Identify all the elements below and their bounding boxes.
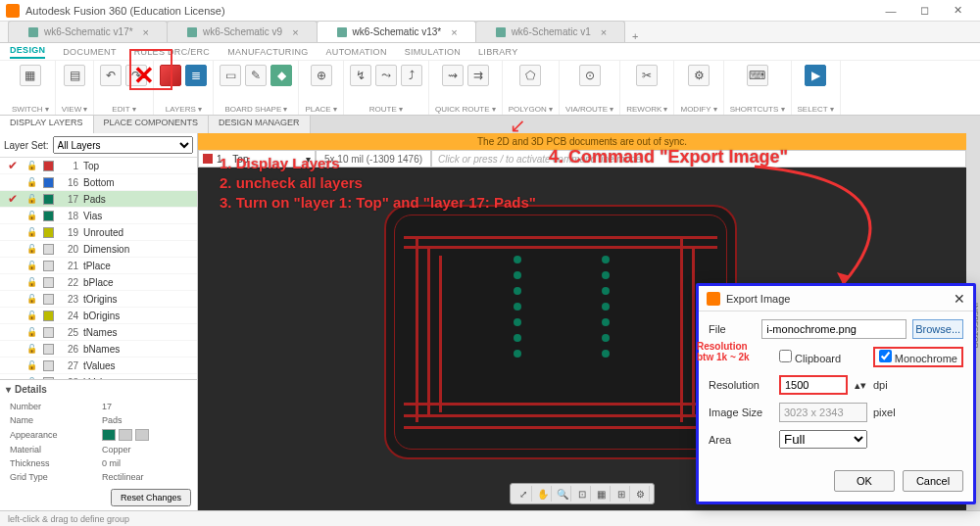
menu-item[interactable]: RULES DRC/ERC — [134, 47, 210, 57]
sidebar: Layer Set: All Layers ✔ 🔓 1 Top 🔓 16 Bot… — [0, 133, 198, 510]
layer-visible-toggle[interactable]: ✔ — [4, 159, 22, 172]
layer-swatch — [43, 360, 54, 371]
tab-design-manager[interactable]: DESIGN MANAGER — [209, 116, 311, 133]
rework-icon[interactable]: ✂ — [636, 65, 658, 86]
layer-list[interactable]: ✔ 🔓 1 Top 🔓 16 Bottom✔ 🔓 17 Pads 🔓 18 Vi… — [0, 158, 197, 379]
layer-row[interactable]: 🔓 23 tOrigins — [0, 291, 197, 308]
lock-icon[interactable]: 🔓 — [26, 161, 38, 170]
close-icon[interactable]: × — [143, 26, 149, 38]
monochrome-checkbox[interactable] — [879, 350, 892, 362]
dialog-close-button[interactable]: ✕ — [954, 291, 965, 307]
layer-swatch — [43, 344, 54, 355]
lock-icon[interactable]: 🔓 — [26, 177, 38, 187]
layer-row[interactable]: 🔓 22 bPlace — [0, 274, 197, 291]
file-tabs: wk6-Schematic v17*× wk6-Schematic v9× wk… — [0, 22, 980, 43]
menu-item[interactable]: LIBRARY — [478, 47, 517, 57]
close-icon[interactable]: × — [451, 26, 457, 38]
lock-icon[interactable]: 🔓 — [26, 277, 38, 287]
sub-tabs: DISPLAY LAYERS PLACE COMPONENTS DESIGN M… — [0, 116, 980, 133]
resolution-input[interactable] — [779, 375, 848, 395]
layer-swatch — [43, 327, 54, 338]
lock-icon[interactable]: 🔓 — [26, 294, 38, 304]
redo-icon[interactable]: ↷ — [125, 65, 147, 86]
lock-icon[interactable]: 🔓 — [26, 194, 38, 204]
select-icon[interactable]: ▶ — [805, 65, 826, 86]
layer-swatch — [43, 227, 54, 238]
area-select[interactable]: Full — [779, 430, 867, 449]
command-line[interactable]: Click or press / to activate command lin… — [431, 150, 966, 167]
shortcuts-icon[interactable]: ⌨ — [747, 65, 768, 86]
route2-icon[interactable]: ⤳ — [375, 65, 397, 86]
coord-info: 5x 10 mil (-1309 1476) — [316, 150, 431, 167]
lock-icon[interactable]: 🔓 — [26, 261, 38, 270]
cancel-button[interactable]: Cancel — [903, 470, 963, 492]
menu-item[interactable]: MANUFACTURING — [227, 47, 308, 57]
lock-icon[interactable]: 🔓 — [26, 344, 38, 354]
layers-icon[interactable] — [160, 65, 181, 86]
layer-row[interactable]: 🔓 18 Vias — [0, 208, 197, 224]
statusbar: left-click & drag to define group — [0, 510, 980, 526]
layer-row[interactable]: ✔ 🔓 1 Top — [0, 158, 197, 174]
active-layer-picker[interactable]: 1 Top▾ — [198, 150, 316, 167]
board-icon[interactable]: ▭ — [220, 65, 241, 86]
minimize-button[interactable]: — — [874, 1, 907, 21]
menu-item[interactable]: DOCUMENT — [63, 47, 116, 57]
maximize-button[interactable]: ◻ — [907, 1, 941, 21]
layer-row[interactable]: 🔓 19 Unrouted — [0, 224, 197, 241]
file-tab-active[interactable]: wk6-Schematic v13*× — [317, 21, 476, 42]
undo-icon[interactable]: ↶ — [100, 65, 122, 86]
lock-icon[interactable]: 🔓 — [26, 360, 38, 370]
lock-icon[interactable]: 🔓 — [26, 211, 38, 220]
new-tab-button[interactable]: + — [624, 30, 646, 42]
clipboard-checkbox[interactable] — [779, 350, 792, 362]
route3-icon[interactable]: ⤴ — [401, 65, 422, 86]
layer-row[interactable]: 🔓 24 bOrigins — [0, 308, 197, 324]
layers2-icon[interactable]: ≣ — [185, 65, 207, 86]
poly-icon[interactable]: ⬠ — [519, 65, 541, 86]
menu-item[interactable]: AUTOMATION — [326, 47, 387, 57]
qroute-icon[interactable]: ⇝ — [442, 65, 464, 86]
lock-icon[interactable]: 🔓 — [26, 311, 38, 320]
layer-row[interactable]: 🔓 20 Dimension — [0, 241, 197, 258]
layer-row[interactable]: 🔓 16 Bottom — [0, 174, 197, 191]
layer-swatch — [43, 244, 54, 255]
layer-row[interactable]: 🔓 21 tPlace — [0, 258, 197, 274]
layerset-select[interactable]: All Layers — [53, 136, 193, 154]
via-icon[interactable]: ⊙ — [579, 65, 601, 86]
close-icon[interactable]: × — [601, 26, 607, 38]
place-icon[interactable]: ⊕ — [311, 65, 332, 86]
tab-place-components[interactable]: PLACE COMPONENTS — [94, 116, 210, 133]
file-input[interactable] — [761, 319, 906, 339]
menu-item[interactable]: SIMULATION — [405, 47, 461, 57]
layer-row[interactable]: 🔓 26 bNames — [0, 341, 197, 358]
tab-display-layers[interactable]: DISPLAY LAYERS — [0, 116, 94, 133]
pick-icon[interactable]: ✎ — [245, 65, 267, 86]
close-icon[interactable]: × — [292, 26, 298, 38]
shape-icon[interactable]: ◆ — [270, 65, 292, 86]
reset-button[interactable]: Reset Changes — [111, 489, 191, 506]
file-tab[interactable]: wk6-Schematic v17*× — [8, 21, 168, 42]
ok-button[interactable]: OK — [834, 470, 895, 492]
layer-row[interactable]: ✔ 🔓 17 Pads — [0, 191, 197, 208]
view-icon[interactable]: ▤ — [64, 65, 85, 86]
qroute2-icon[interactable]: ⇉ — [467, 65, 489, 86]
lock-icon[interactable]: 🔓 — [26, 227, 38, 237]
layer-visible-toggle[interactable]: ✔ — [4, 192, 22, 206]
lock-icon[interactable]: 🔓 — [26, 244, 38, 254]
layer-row[interactable]: 🔓 27 tValues — [0, 358, 197, 374]
view-nav[interactable]: ⤢✋🔍⊡▦⊞⚙ — [510, 483, 655, 504]
route-icon[interactable]: ↯ — [350, 65, 371, 86]
lock-icon[interactable]: 🔓 — [26, 327, 38, 337]
layer-row[interactable]: 🔓 25 tNames — [0, 324, 197, 341]
file-tab[interactable]: wk6-Schematic v9× — [167, 21, 318, 42]
layerset-label: Layer Set: — [4, 140, 49, 151]
browse-button[interactable]: Browse... — [912, 319, 963, 339]
close-button[interactable]: ✕ — [941, 1, 974, 21]
modify-icon[interactable]: ⚙ — [688, 65, 710, 86]
file-label: File — [709, 323, 756, 335]
design-menu[interactable]: DESIGN — [10, 45, 45, 59]
dialog-icon — [707, 292, 720, 306]
file-tab[interactable]: wk6-Schematic v1× — [475, 21, 626, 42]
switch-icon[interactable]: ▦ — [20, 65, 41, 86]
pcb-board — [384, 205, 737, 459]
